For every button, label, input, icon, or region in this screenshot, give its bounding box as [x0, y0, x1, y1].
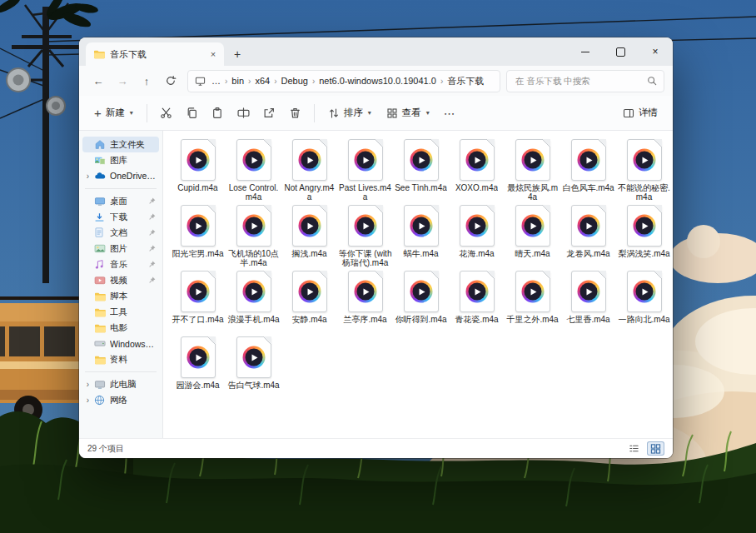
sidebar-item[interactable]: 电影	[82, 320, 159, 336]
file-name: 园游会.m4a	[176, 381, 219, 390]
delete-button[interactable]	[283, 101, 307, 126]
file-item[interactable]: 千里之外.m4a	[505, 269, 560, 335]
explorer-tab[interactable]: 音乐下载 ×	[86, 42, 224, 66]
file-item[interactable]: 安静.m4a	[281, 269, 337, 335]
sidebar-item[interactable]: 视频	[82, 272, 159, 288]
file-item[interactable]: Cupid.m4a	[170, 137, 226, 203]
sidebar-item[interactable]: 脚本	[82, 288, 159, 304]
close-button[interactable]: ×	[638, 37, 673, 66]
file-item[interactable]: Past Lives.m4a	[337, 137, 393, 203]
sort-button[interactable]: 排序 ▾	[321, 101, 378, 126]
rename-button[interactable]	[231, 101, 256, 126]
sidebar-item[interactable]: 文档	[82, 225, 159, 241]
breadcrumb-segment[interactable]: 音乐下载	[445, 75, 485, 87]
file-item[interactable]: 白色风车.m4a	[560, 137, 616, 203]
sidebar-item[interactable]: 资料	[82, 351, 159, 367]
chevron-right-icon[interactable]: ›	[85, 380, 91, 389]
sidebar-item[interactable]: Windows (C:)	[82, 336, 159, 351]
arrow-left-icon: ←	[93, 75, 104, 87]
file-item[interactable]: 青花瓷.m4a	[449, 269, 505, 335]
new-tab-button[interactable]: +	[226, 43, 248, 64]
details-view-toggle[interactable]	[625, 441, 643, 456]
file-item[interactable]: 最炫民族风.m4a	[505, 137, 560, 203]
file-name: 龙卷风.m4a	[566, 249, 609, 258]
details-button[interactable]: 详情	[616, 101, 664, 126]
media-file-icon	[236, 139, 271, 181]
breadcrumb-segment[interactable]: bin	[230, 76, 246, 86]
file-item[interactable]: 一路向北.m4a	[616, 269, 672, 335]
page-fold	[486, 271, 495, 279]
minimize-button[interactable]	[568, 37, 603, 66]
file-item[interactable]: 告白气球.m4a	[226, 335, 281, 401]
file-item[interactable]: 梨涡浅笑.m4a	[616, 203, 672, 269]
media-file-icon	[515, 139, 550, 181]
sidebar-item[interactable]: ›网络	[82, 392, 159, 408]
tab-close-button[interactable]: ×	[206, 47, 220, 61]
icons-view-toggle[interactable]	[647, 441, 664, 456]
sidebar-item[interactable]: 主文件夹	[82, 137, 159, 152]
file-item[interactable]: 七里香.m4a	[560, 269, 616, 335]
file-item[interactable]: 飞机场的10点半.m4a	[226, 203, 281, 269]
media-file-icon	[571, 139, 606, 181]
file-item[interactable]: 花海.m4a	[449, 203, 505, 269]
view-button[interactable]: 查看 ▾	[380, 101, 436, 126]
page-fold	[207, 271, 216, 279]
file-item[interactable]: 龙卷风.m4a	[560, 203, 616, 269]
up-button[interactable]: ↑	[136, 70, 157, 92]
file-item[interactable]: 晴天.m4a	[505, 203, 560, 269]
sidebar-item[interactable]: 图库	[82, 152, 159, 168]
file-item[interactable]: 不能说的秘密.m4a	[616, 137, 672, 203]
search-box[interactable]	[506, 70, 664, 92]
file-item[interactable]: 阳光宅男.m4a	[170, 203, 226, 269]
sidebar-item[interactable]: 图片	[82, 241, 159, 257]
share-button[interactable]	[257, 101, 281, 126]
file-item[interactable]: 开不了口.m4a	[170, 269, 226, 335]
maximize-button[interactable]	[603, 37, 638, 66]
page-fold	[486, 205, 495, 213]
list-view-icon	[629, 443, 639, 454]
sidebar-divider	[85, 371, 157, 372]
back-button[interactable]: ←	[87, 70, 109, 92]
sidebar-item[interactable]: 音乐	[82, 257, 159, 272]
cut-button[interactable]	[154, 101, 178, 126]
chevron-right-icon[interactable]: ›	[85, 172, 91, 181]
more-button[interactable]: ⋯	[438, 101, 462, 126]
file-item[interactable]: 蜗牛.m4a	[393, 203, 449, 269]
breadcrumb-segment[interactable]: …	[210, 76, 222, 86]
file-item[interactable]: See Tình.m4a	[393, 137, 449, 203]
paste-button[interactable]	[206, 101, 230, 126]
breadcrumb-segment[interactable]: Debug	[279, 76, 309, 86]
page-fold	[598, 205, 606, 213]
file-item[interactable]: 浪漫手机.m4a	[226, 269, 281, 335]
media-file-icon	[292, 139, 327, 181]
file-item[interactable]: 园游会.m4a	[170, 335, 226, 401]
file-item[interactable]: Lose Control.m4a	[226, 137, 281, 203]
sidebar-divider	[85, 188, 157, 189]
view-button-label: 查看	[402, 107, 421, 119]
file-item[interactable]: Not Angry.m4a	[281, 137, 337, 203]
file-name: XOXO.m4a	[455, 183, 498, 192]
search-input[interactable]	[514, 75, 642, 87]
breadcrumb-segment[interactable]: net6.0-windows10.0.19041.0	[317, 76, 438, 86]
file-item[interactable]: 搁浅.m4a	[281, 203, 337, 269]
forward-button[interactable]: →	[112, 70, 133, 92]
title-bar[interactable]: 音乐下载 × + ×	[79, 37, 673, 66]
file-name: 告白气球.m4a	[227, 381, 279, 390]
sidebar-item[interactable]: 桌面	[82, 193, 159, 209]
sidebar-item[interactable]: ›OneDrive - 个人	[82, 168, 159, 184]
chevron-right-icon[interactable]: ›	[85, 396, 91, 405]
file-item[interactable]: XOXO.m4a	[449, 137, 505, 203]
file-explorer-window: 音乐下载 × + × ← → ↑ …›bin›x64›Debug›net6.0-…	[79, 37, 673, 458]
file-item[interactable]: 兰亭序.m4a	[337, 269, 393, 335]
new-button[interactable]: + 新建 ▾	[87, 101, 140, 126]
address-bar[interactable]: …›bin›x64›Debug›net6.0-windows10.0.19041…	[187, 70, 500, 92]
sidebar-item[interactable]: 下载	[82, 209, 159, 225]
file-item[interactable]: 等你下课 (with 杨瑞代).m4a	[337, 203, 393, 269]
copy-button[interactable]	[180, 101, 204, 126]
file-name: 七里香.m4a	[566, 315, 609, 324]
sidebar-item[interactable]: 工具	[82, 304, 159, 320]
breadcrumb-segment[interactable]: x64	[253, 76, 271, 86]
refresh-button[interactable]	[160, 70, 182, 92]
file-item[interactable]: 你听得到.m4a	[393, 269, 449, 335]
sidebar-item[interactable]: ›此电脑	[82, 376, 159, 392]
